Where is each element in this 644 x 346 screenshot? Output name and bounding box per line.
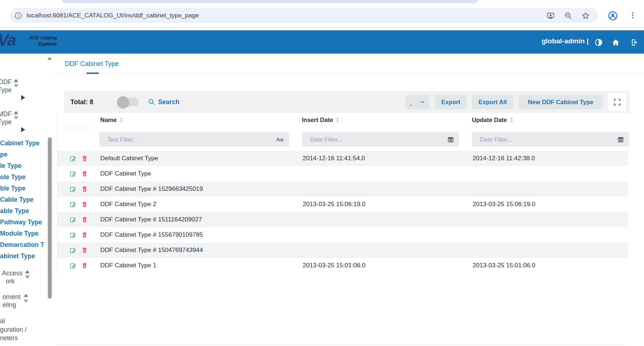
spinner-arrows-icon[interactable] [13, 79, 19, 87]
fullscreen-icon [613, 98, 621, 106]
csv-separator-select[interactable]: , [406, 95, 430, 109]
calendar-icon[interactable] [617, 136, 624, 143]
new-ddf-cabinet-type-button[interactable]: New DDF Cabinet Type [519, 95, 603, 109]
edit-icon[interactable] [70, 186, 77, 193]
row-name: DDF Cabinet Type 2 [93, 201, 295, 208]
sidebar-item[interactable]: le Type [0, 162, 22, 170]
browser-profile-avatar[interactable] [608, 11, 618, 21]
address-bar[interactable]: localhost:6081/ACE_CATALOG_UI/inv/ddf_ca… [9, 8, 598, 23]
sidebar-footer-text: alguration /neters [0, 317, 27, 343]
table-row[interactable]: DDF Cabinet Type # 1511164209027 [58, 212, 628, 227]
update-date-filter-input[interactable] [472, 132, 629, 147]
sidebar-item[interactable]: Pathway Type [0, 218, 42, 226]
table-row[interactable]: DDF Cabinet Type # 1556790109785 [58, 227, 628, 243]
edit-icon[interactable] [70, 262, 77, 269]
app-title: ACE Catalog Explorer [29, 35, 57, 47]
sidebar: DDF Type MDF Type Cabinet Typepele Typeo… [0, 54, 53, 346]
logged-in-user: global-admin | [542, 37, 589, 45]
sidebar-item[interactable]: Cabinet Type [0, 139, 40, 147]
edit-icon[interactable] [70, 232, 77, 239]
sidebar-group-access: Access ork [0, 269, 23, 285]
active-tab-indicator [86, 72, 99, 74]
case-sensitivity-icon[interactable]: Aa [276, 136, 283, 143]
name-filter: Aa [99, 132, 289, 147]
edit-icon[interactable] [70, 201, 77, 208]
row-name: DDF Cabinet Type # 1556790109785 [93, 231, 295, 239]
expand-arrow-icon[interactable] [21, 127, 25, 132]
sidebar-item[interactable]: Cable Type [0, 196, 34, 204]
contrast-toggle-icon[interactable] [594, 38, 603, 47]
table-row[interactable]: DDF Cabinet Type 2 2013-03-25 15:06:19.0… [58, 197, 628, 212]
browser-menu-icon[interactable] [628, 11, 637, 21]
delete-icon[interactable] [81, 247, 88, 254]
table-row[interactable]: DDF Cabinet Type [58, 166, 628, 181]
column-header-insert-date[interactable]: Insert Date [295, 117, 465, 123]
tab-bar: DDF Cabinet Type [53, 54, 644, 74]
filter-row: Aa [58, 128, 628, 151]
delete-icon[interactable] [81, 232, 88, 239]
sidebar-item[interactable]: able Type [0, 207, 29, 215]
spinner-arrows-icon[interactable] [13, 111, 19, 119]
home-icon[interactable] [612, 38, 620, 47]
insert-date-filter-input[interactable] [302, 132, 459, 147]
column-header-name[interactable]: Name [93, 117, 295, 123]
table-row[interactable]: DDF Cabinet Type # 1504769743944 [58, 243, 628, 258]
table-header-row: Name Insert Date Update Date [58, 112, 628, 128]
sidebar-item[interactable]: Demarcation T [0, 241, 44, 249]
export-button[interactable]: Export [435, 95, 467, 109]
export-all-button[interactable]: Export All [472, 95, 513, 109]
spinner-arrows-icon[interactable] [25, 270, 30, 279]
edit-icon[interactable] [70, 247, 77, 254]
insert-date-filter [302, 132, 459, 147]
sort-icon[interactable] [336, 117, 339, 123]
delete-icon[interactable] [81, 170, 88, 177]
sidebar-scroll-up-icon[interactable] [47, 57, 52, 60]
sort-icon[interactable] [510, 117, 513, 123]
sidebar-item[interactable]: pe [0, 150, 7, 158]
table-row[interactable]: DDF Cabinet Type 1 2013-03-25 15:01:06.0… [58, 258, 628, 273]
edit-icon[interactable] [70, 216, 77, 223]
total-count: Total: 8 [70, 98, 93, 106]
spinner-arrows-icon[interactable] [23, 294, 28, 303]
delete-icon[interactable] [81, 186, 88, 193]
table-row[interactable]: DDF Cabinet Type # 1529663425019 [58, 181, 628, 197]
sidebar-item[interactable]: ole Type [0, 173, 26, 181]
table-row[interactable]: Default Cabinet Type 2014-12-16 11:41:54… [58, 151, 628, 166]
row-name: DDF Cabinet Type 1 [93, 262, 295, 269]
fullscreen-button[interactable] [608, 93, 626, 111]
delete-icon[interactable] [81, 216, 88, 223]
calendar-icon[interactable] [447, 136, 454, 143]
row-name: Default Cabinet Type [93, 155, 295, 162]
edit-icon[interactable] [70, 155, 77, 162]
delete-icon[interactable] [81, 201, 88, 208]
row-insert-date: 2013-03-25 15:06:19.0 [295, 201, 465, 208]
sidebar-group-modeling: oment eling [0, 293, 20, 309]
delete-icon[interactable] [81, 155, 88, 162]
tab-ddf-cabinet-type[interactable]: DDF Cabinet Type [65, 60, 119, 68]
expand-arrow-icon[interactable] [21, 95, 25, 100]
company-logo: IVa [0, 31, 15, 49]
column-header-update-date[interactable]: Update Date [465, 117, 629, 123]
row-insert-date: 2013-03-25 15:01:06.0 [295, 262, 465, 269]
sidebar-item[interactable]: abinet Type [0, 252, 35, 260]
logout-icon[interactable] [631, 38, 639, 47]
name-filter-input[interactable] [99, 132, 289, 147]
edit-icon[interactable] [70, 170, 77, 177]
sidebar-group-ddf: DDF Type [0, 78, 12, 94]
browser-tab-strip [62, 0, 478, 3]
sort-icon[interactable] [120, 117, 123, 123]
bookmark-star-icon[interactable] [581, 11, 590, 20]
search-button[interactable]: Search [148, 98, 179, 106]
install-page-icon[interactable] [546, 11, 555, 20]
panel-bottom-border [57, 344, 628, 345]
filter-toggle[interactable] [118, 98, 139, 106]
url-text[interactable]: localhost:6081/ACE_CATALOG_UI/inv/ddf_ca… [27, 12, 199, 19]
sidebar-item[interactable]: Module Type [0, 229, 39, 237]
site-info-icon[interactable] [14, 12, 22, 20]
row-name: DDF Cabinet Type [93, 170, 295, 177]
chevron-down-icon [420, 99, 425, 105]
sidebar-scrollbar[interactable] [48, 137, 52, 299]
zoom-out-icon[interactable] [564, 11, 573, 20]
delete-icon[interactable] [81, 262, 88, 269]
sidebar-item[interactable]: ble Type [0, 184, 26, 192]
